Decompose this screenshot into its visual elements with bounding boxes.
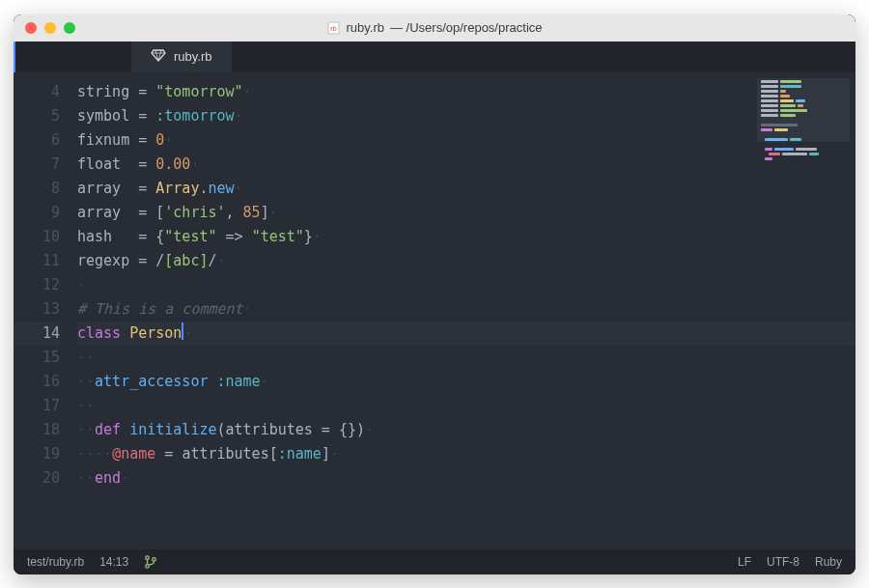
text-editor[interactable]: 4567891011121314151617181920 string = "t… <box>14 72 855 549</box>
window-title-path: — /Users/op/repos/practice <box>390 20 543 35</box>
line-number[interactable]: 20 <box>14 466 60 490</box>
line-number[interactable]: 19 <box>14 442 60 466</box>
line-number[interactable]: 12 <box>14 273 60 297</box>
status-line-ending[interactable]: LF <box>738 555 751 569</box>
svg-point-4 <box>153 557 156 561</box>
code-line[interactable]: regexp = /[abc]/· <box>77 249 855 273</box>
close-icon[interactable] <box>25 22 37 34</box>
window-title-filename: ruby.rb <box>346 20 384 35</box>
svg-text:rb: rb <box>330 25 336 32</box>
code-area[interactable]: string = "tomorrow"· symbol = :tomorrow·… <box>77 72 855 549</box>
code-line[interactable]: symbol = :tomorrow· <box>77 104 855 128</box>
line-number[interactable]: 8 <box>14 177 60 201</box>
line-number-gutter[interactable]: 4567891011121314151617181920 <box>14 72 77 549</box>
code-line[interactable]: hash = {"test" => "test"}· <box>77 225 855 249</box>
line-number[interactable]: 18 <box>14 418 60 442</box>
maximize-icon[interactable] <box>64 22 75 34</box>
code-line[interactable]: ··def initialize(attributes = {})· <box>77 418 855 442</box>
line-number[interactable]: 7 <box>14 153 60 177</box>
line-number[interactable]: 6 <box>14 128 60 153</box>
code-line[interactable]: float = 0.00· <box>77 153 855 177</box>
traffic-lights <box>14 22 75 34</box>
tab-label: ruby.rb <box>174 49 212 64</box>
status-cursor-pos[interactable]: 14:13 <box>99 555 128 569</box>
code-line[interactable]: ·· <box>77 394 855 418</box>
line-number[interactable]: 14 <box>14 322 60 346</box>
line-number[interactable]: 13 <box>14 297 60 322</box>
line-number[interactable]: 9 <box>14 201 60 225</box>
line-number[interactable]: 10 <box>14 225 60 249</box>
status-encoding[interactable]: UTF-8 <box>767 555 799 569</box>
tab-bar: ruby.rb <box>14 42 855 72</box>
status-bar: test/ruby.rb 14:13 LF UTF-8 Ruby <box>14 549 855 574</box>
status-grammar[interactable]: Ruby <box>815 555 842 569</box>
svg-point-3 <box>146 564 150 568</box>
line-number[interactable]: 17 <box>14 394 60 418</box>
editor-window: rb ruby.rb — /Users/op/repos/practice ru… <box>14 14 855 574</box>
minimap-visible-region[interactable] <box>757 78 850 142</box>
git-branch-icon[interactable] <box>144 555 157 569</box>
code-line[interactable]: # This is a comment· <box>77 297 855 322</box>
ruby-gem-icon <box>151 48 166 65</box>
svg-point-2 <box>146 555 150 559</box>
code-line[interactable]: array = Array.new· <box>77 177 855 201</box>
code-line-active[interactable]: class Person· <box>77 322 855 346</box>
line-number[interactable]: 11 <box>14 249 60 273</box>
line-number[interactable]: 15 <box>14 346 60 370</box>
line-number[interactable]: 16 <box>14 370 60 394</box>
code-line[interactable]: string = "tomorrow"· <box>77 80 855 104</box>
status-file-path[interactable]: test/ruby.rb <box>27 555 84 569</box>
code-line[interactable]: ··attr_accessor :name· <box>77 370 855 394</box>
code-line[interactable]: ····@name = attributes[:name]· <box>77 442 855 466</box>
line-number[interactable]: 4 <box>14 80 60 104</box>
code-line[interactable]: fixnum = 0· <box>77 128 855 153</box>
window-title: rb ruby.rb — /Users/op/repos/practice <box>326 20 542 35</box>
ruby-file-icon: rb <box>326 21 340 35</box>
code-line[interactable]: · <box>77 273 855 297</box>
code-line[interactable]: ·· <box>77 346 855 370</box>
minimap[interactable] <box>757 78 850 194</box>
minimize-icon[interactable] <box>44 22 56 34</box>
code-line[interactable]: array = ['chris', 85]· <box>77 201 855 225</box>
tab-file[interactable]: ruby.rb <box>131 42 232 72</box>
code-line[interactable]: ··end· <box>77 466 855 490</box>
line-number[interactable]: 5 <box>14 104 60 128</box>
macos-titlebar[interactable]: rb ruby.rb — /Users/op/repos/practice <box>14 14 855 42</box>
